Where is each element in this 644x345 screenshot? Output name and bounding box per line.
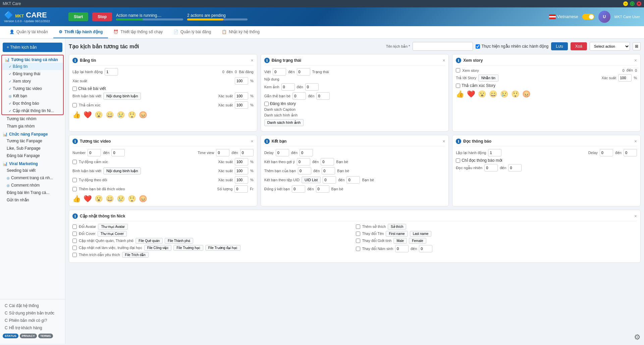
nam-sinh-from[interactable] — [395, 245, 409, 252]
start-button[interactable]: Start — [68, 12, 88, 21]
emoji-sad-4[interactable]: 😢 — [117, 195, 125, 203]
thay-doi-gioi-tinh-checkbox[interactable] — [356, 239, 360, 243]
emoji-like-3[interactable]: 👍 — [456, 90, 464, 98]
xac-suat-input-3[interactable] — [235, 101, 248, 109]
number-from[interactable] — [88, 149, 101, 156]
emoji-cry-3[interactable]: 😲 — [511, 90, 520, 98]
emoji-sad[interactable]: 😢 — [117, 111, 125, 119]
file-truong-dai-hoc-btn[interactable]: File Trường đại học — [205, 245, 240, 251]
file-cong-viec-btn[interactable]: File Công việc — [144, 245, 172, 251]
file-trich-dan-btn[interactable]: File Trích dẫn — [122, 252, 149, 258]
close-btn[interactable]: × — [637, 1, 641, 6]
emoji-like-4[interactable]: 👍 — [72, 195, 81, 203]
sidebar-item-tuong-tac-video[interactable]: ✓ Tương tác video — [2, 85, 63, 92]
sidebar-item-comment-trang[interactable]: ◎ Comment trang cá nh... — [0, 174, 65, 182]
sidebar-item-tuong-tac-fanpage[interactable]: Tương tác Fanpage — [0, 137, 65, 145]
tha-cam-xuc-story-checkbox[interactable] — [456, 84, 460, 88]
noi-dung-binh-luan-btn[interactable]: Nội dung bình luận — [103, 93, 141, 100]
emoji-haha-3[interactable]: 😄 — [489, 90, 497, 98]
privacy-badge[interactable]: PRIVACY — [20, 334, 37, 338]
sidebar-item-like-sub[interactable]: Like, Sub Fanpage — [0, 145, 65, 152]
xac-suat-bl-input[interactable] — [235, 167, 248, 175]
nhan-tin-btn[interactable]: Nhắn tin — [478, 75, 498, 82]
tab-posts[interactable]: 📄 Quản lý bài đăng — [168, 26, 216, 38]
last-name-btn[interactable]: Last name — [410, 231, 432, 237]
dang-len-story-checkbox[interactable] — [264, 102, 269, 106]
thay-doi-ten-checkbox[interactable] — [356, 232, 360, 236]
delay-dtb-from[interactable] — [600, 149, 613, 156]
kem-anh-from[interactable] — [281, 83, 295, 91]
delete-button[interactable]: Xoá — [571, 42, 587, 50]
settings-gear-icon[interactable]: ⚙ — [634, 333, 641, 342]
tab-log[interactable]: 📋 Nhật ký hệ thống — [216, 26, 265, 38]
emoji-love-4[interactable]: ❤️ — [84, 195, 92, 203]
toggle-switch[interactable] — [582, 14, 594, 20]
emoji-love-3[interactable]: ❤️ — [467, 90, 475, 98]
first-name-btn[interactable]: First name — [386, 231, 408, 237]
random-checkbox[interactable] — [476, 44, 480, 49]
nam-sinh-to[interactable] — [419, 245, 432, 252]
sidebar-item-dang-bai-fanpage[interactable]: Đăng bài Fanpage — [0, 152, 65, 159]
file-thanh-pho-btn[interactable]: File Thành phố — [165, 238, 193, 244]
gan-the-from[interactable] — [292, 92, 306, 100]
file-que-quan-btn[interactable]: File Quê quán — [136, 238, 163, 244]
sidebar-footer-whats-new[interactable]: C Phiên bản mới có gì? — [3, 317, 62, 324]
sidebar-item-doc-thong-bao[interactable]: ✓ Đọc thông báo — [2, 100, 63, 107]
sidebar-footer-support[interactable]: C Hỗ trợ khách hàng — [3, 324, 62, 332]
xac-suat-input-2[interactable] — [235, 92, 248, 100]
save-button[interactable]: Lưu — [551, 42, 568, 50]
uid-from[interactable] — [323, 176, 336, 184]
time-view-from[interactable] — [216, 149, 229, 156]
emoji-haha[interactable]: 😄 — [106, 111, 114, 119]
sidebar-item-dang-bai-trang[interactable]: Đăng bài lên Trang cá... — [0, 189, 65, 196]
noi-dung-binh-luan-video-btn[interactable]: Nội dung bình luận — [103, 167, 141, 175]
sidebar-item-seeding[interactable]: Seeding bài viết — [0, 167, 65, 174]
tab-schedule[interactable]: ⏰ Thiết lập thống số chạy — [108, 26, 168, 38]
delay-to[interactable] — [300, 149, 313, 156]
number-to[interactable] — [111, 149, 125, 156]
thu-muc-avatar-btn[interactable]: Thư mục Avatar — [98, 224, 128, 230]
stop-button[interactable]: Stop — [92, 12, 112, 21]
emoji-love[interactable]: ❤️ — [84, 111, 92, 119]
viet-to[interactable] — [297, 68, 310, 76]
xac-suat-input-1[interactable] — [235, 77, 248, 85]
them-ban-be-video-checkbox[interactable] — [72, 187, 77, 191]
file-truong-hoc-btn[interactable]: File Trường học — [173, 245, 203, 251]
card-xem-story-close[interactable]: × — [634, 58, 637, 63]
sidebar-item-tuong-tac-nhom[interactable]: Tương tác nhóm — [0, 115, 65, 122]
kem-anh-to[interactable] — [305, 83, 319, 91]
emoji-angry2[interactable]: 😲 — [128, 111, 136, 119]
sidebar-footer-settings[interactable]: C Cài đặt hệ thống — [3, 302, 62, 309]
them-ban-to[interactable] — [322, 167, 335, 175]
lap-lai-dtb-input[interactable] — [488, 149, 501, 156]
sidebar-item-bang-tin[interactable]: ✓ Bảng tin — [2, 63, 63, 70]
xac-suat-video-checkbox[interactable] — [72, 160, 77, 164]
delay-dtb-to[interactable] — [624, 149, 637, 156]
ket-ban-goi-y-to[interactable] — [321, 158, 334, 165]
grid-view-button[interactable]: ⊞ — [633, 42, 641, 50]
minimize-btn[interactable]: − — [623, 1, 628, 6]
gan-the-to[interactable] — [316, 92, 330, 100]
them-ban-from[interactable] — [298, 167, 311, 175]
language-selector[interactable]: Vietnamese — [549, 14, 578, 19]
scenario-name-input[interactable] — [413, 42, 473, 51]
them-trich-dan-checkbox[interactable] — [72, 253, 77, 257]
xac-suat-video-input[interactable] — [235, 158, 248, 165]
doc-ngau-nhien-to[interactable] — [508, 164, 522, 171]
card-bang-tin-close[interactable]: × — [251, 58, 253, 63]
sidebar-item-cap-nhat[interactable]: ✓ Cập nhật thông tin Ni... — [2, 107, 63, 114]
status-badge[interactable]: STATUS — [3, 334, 18, 338]
emoji-sad-3[interactable]: 😢 — [500, 90, 508, 98]
emoji-cry-4[interactable]: 😲 — [128, 195, 136, 203]
tab-action[interactable]: ⚙ Thiết lập hành động — [53, 26, 108, 38]
dong-y-to[interactable] — [316, 185, 329, 193]
tha-cam-xuc-checkbox[interactable] — [72, 103, 77, 107]
doi-avatar-checkbox[interactable] — [72, 225, 77, 229]
cap-nhat-lam-viec-checkbox[interactable] — [72, 246, 77, 250]
add-scenario-button[interactable]: + Thêm kịch bản — [3, 43, 62, 52]
sidebar-item-tham-gia-nhom[interactable]: Tham gia nhóm — [0, 122, 65, 130]
so-luong-input[interactable] — [234, 185, 248, 193]
thu-muc-cover-btn[interactable]: Thư mục Cover — [98, 231, 127, 237]
emoji-wow[interactable]: 😮 — [95, 111, 103, 119]
thay-doi-nam-sinh-checkbox[interactable] — [356, 247, 360, 251]
